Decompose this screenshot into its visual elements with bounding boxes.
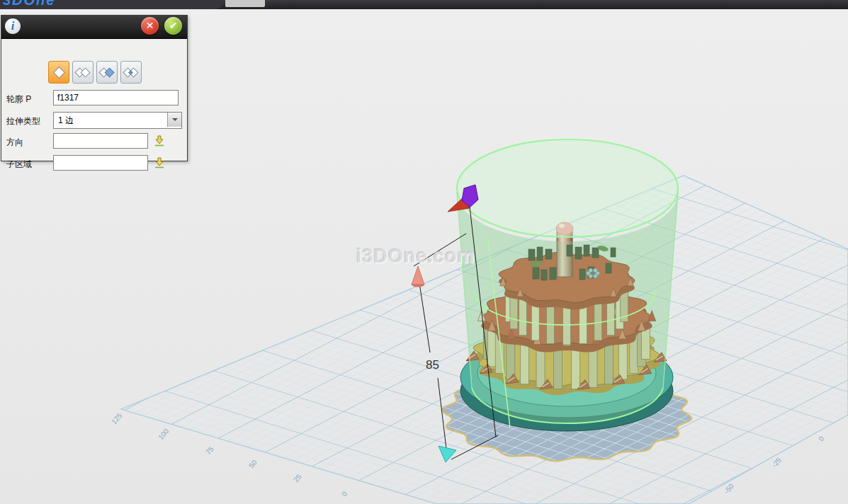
two-side-diamond-icon [74,64,91,80]
extrude-type-label: 拉伸类型 [6,115,40,127]
extrude-dialog[interactable]: i ✕ ✔ 轮廓 P [1,15,188,161]
profile-label: 轮廓 P [6,93,31,105]
cancel-button[interactable]: ✕ [141,17,159,35]
one-side-diamond-icon [51,64,67,80]
profile-input[interactable] [53,90,179,105]
info-icon[interactable]: i [5,18,21,34]
mode-extrude-two-sides-button[interactable] [72,61,94,84]
subregion-input[interactable] [53,155,148,171]
title-bar: 3DOne [0,0,848,9]
dim-extension-line [414,234,466,266]
subregion-label: 子区域 [6,159,32,171]
total-diamond-icon [123,64,140,80]
extrude-type-value: 1 边 [58,115,74,127]
dimension-value[interactable]: 85 [426,358,439,372]
axis-label: 75 [204,445,215,456]
axis-label: 0 [340,490,349,498]
extrude-mode-toolbar [48,61,142,83]
direction-label: 方向 [6,137,23,149]
cylinder-top-face[interactable] [457,139,678,237]
mode-extrude-symmetric-button[interactable] [96,61,118,84]
mode-extrude-one-side-button[interactable] [48,61,69,84]
axis-label: 125 [110,411,123,425]
direction-pick-icon[interactable] [153,134,166,147]
symmetric-diamond-icon [98,64,115,80]
app-logo: 3DOne [3,0,55,8]
mode-extrude-total-button[interactable] [120,61,142,84]
titlebar-widget [225,0,265,7]
axis-label: 25 [292,472,303,483]
axis-label: 50 [247,458,259,469]
confirm-button[interactable]: ✔ [164,17,182,35]
axis-label: 100 [157,427,170,441]
direction-input[interactable] [53,133,148,149]
logo-tab: 3DOne [0,0,224,9]
dim-arrow-up-handle[interactable] [412,266,424,287]
extrude-type-dropdown[interactable]: 1 边 [53,112,182,129]
dropdown-arrow-icon[interactable] [167,113,181,127]
axis-label: 0 [817,435,825,443]
dialog-header[interactable]: i ✕ ✔ [1,16,187,39]
subregion-pick-icon[interactable] [153,156,166,169]
